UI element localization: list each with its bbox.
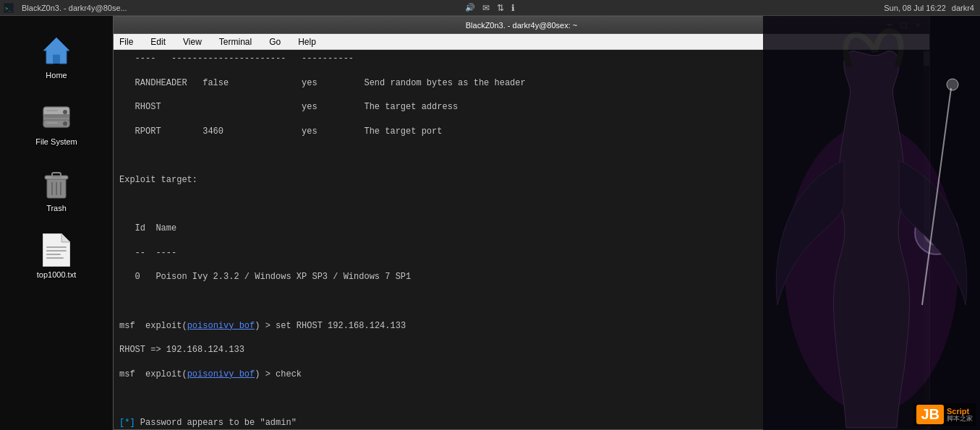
menu-view[interactable]: View [180, 37, 205, 47]
svg-text:>_: >_ [5, 6, 12, 12]
svg-rect-9 [46, 110, 58, 111]
svg-rect-24 [46, 257, 64, 259]
home-icon-label: Home [46, 71, 67, 79]
svg-point-11 [63, 121, 67, 126]
network-icon[interactable]: ⇅ [497, 3, 504, 13]
close-button[interactable]: × [912, 20, 924, 30]
watermark-script-label: Script [947, 408, 973, 416]
home-icon [39, 33, 74, 68]
taskbar-left: >_ BlackZ0n3. - darkr4y@80se... [0, 2, 132, 14]
watermark-logo: JB [916, 405, 944, 424]
file-icon-label: top1000.txt [37, 270, 76, 279]
maximize-button[interactable]: □ [898, 20, 910, 30]
watermark: JB Script 脚本之家 [913, 403, 976, 426]
watermark-text-block: Script 脚本之家 [947, 408, 973, 422]
svg-point-30 [947, 79, 958, 90]
svg-rect-12 [46, 122, 58, 124]
svg-rect-23 [46, 254, 61, 255]
terminal-window: BlackZ0n3. - darkr4y@80sex: ~ − □ × File… [113, 16, 930, 430]
taskbar-app-title: BlackZ0n3. - darkr4y@80se... [17, 4, 132, 12]
desktop-icon-filesystem[interactable]: File System [33, 97, 80, 149]
taskbar-top: >_ BlackZ0n3. - darkr4y@80se... 🔊 ✉ ⇅ ℹ … [0, 0, 980, 16]
terminal-window-title: BlackZ0n3. - darkr4y@80sex: ~ [466, 21, 578, 30]
terminal-scrollbar-thumb[interactable] [924, 51, 929, 66]
filesystem-icon [39, 100, 74, 134]
desktop-icon-file[interactable]: top1000.txt [34, 230, 79, 282]
terminal-titlebar: BlackZ0n3. - darkr4y@80sex: ~ − □ × [114, 17, 929, 34]
username-label: darkr4 [952, 4, 974, 12]
mail-icon[interactable]: ✉ [482, 3, 490, 13]
filesystem-icon-label: File System [35, 137, 77, 146]
svg-rect-22 [46, 250, 67, 251]
terminal-output: ---- ---------------------- ---------- R… [119, 53, 924, 429]
terminal-scrollbar[interactable] [924, 50, 929, 429]
taskbar-app-icon: >_ [3, 2, 14, 14]
taskbar-center-title: 🔊 ✉ ⇅ ℹ [465, 3, 515, 13]
watermark-site-label: 脚本之家 [947, 416, 973, 422]
trash-icon-label: Trash [46, 204, 67, 212]
menu-file[interactable]: File [116, 37, 136, 47]
terminal-controls: − □ × [884, 20, 924, 30]
desktop-icon-home[interactable]: Home [36, 30, 77, 82]
menu-help[interactable]: Help [295, 37, 319, 47]
file-icon [39, 233, 74, 267]
svg-rect-7 [43, 114, 69, 117]
svg-rect-15 [52, 173, 61, 177]
svg-rect-21 [46, 246, 67, 248]
menu-edit[interactable]: Edit [148, 37, 169, 47]
volume-icon[interactable]: 🔊 [465, 3, 475, 12]
desktop: >_ BlackZ0n3. - darkr4y@80se... 🔊 ✉ ⇅ ℹ … [0, 0, 980, 430]
taskbar-right: Sun, 08 Jul 16:22 darkr4 [884, 4, 980, 12]
minimize-button[interactable]: − [884, 20, 895, 30]
svg-rect-4 [53, 55, 60, 64]
menu-terminal[interactable]: Terminal [216, 37, 255, 47]
datetime-label: Sun, 08 Jul 16:22 [884, 4, 946, 12]
terminal-content[interactable]: ---- ---------------------- ---------- R… [114, 50, 929, 429]
info-icon: ℹ [511, 3, 515, 13]
terminal-menubar: File Edit View Terminal Go Help [114, 34, 929, 50]
menu-go[interactable]: Go [266, 37, 284, 47]
svg-point-8 [63, 110, 67, 114]
trash-icon [39, 166, 74, 201]
desktop-icons-panel: Home File System [0, 16, 113, 430]
desktop-icon-trash[interactable]: Trash [36, 163, 77, 215]
svg-marker-20 [61, 233, 70, 242]
